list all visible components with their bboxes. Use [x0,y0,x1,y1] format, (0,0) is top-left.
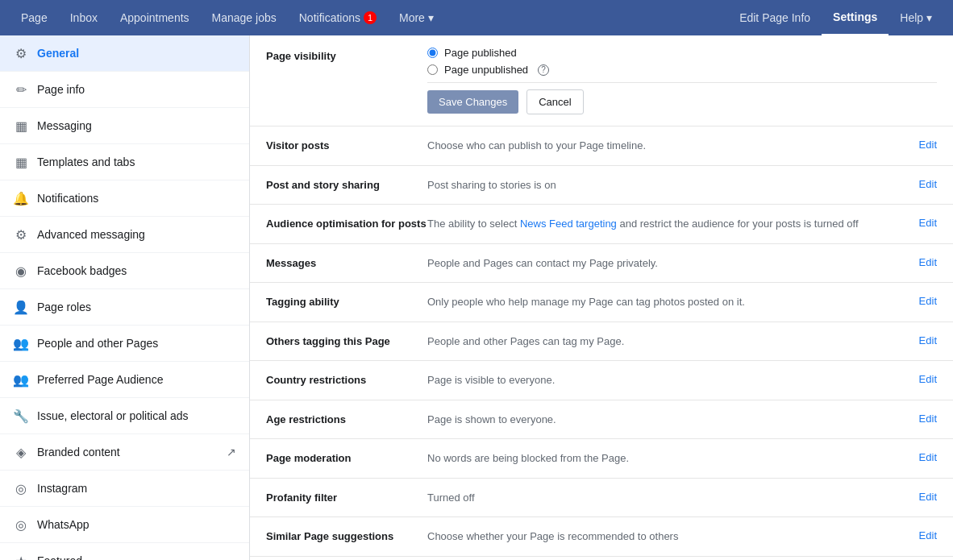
sidebar: ⚙ General ✏ Page info ▦ Messaging ▦ Temp… [0,35,250,560]
sidebar-item-label: Page info [37,83,85,96]
sidebar-item-featured[interactable]: ★ Featured [0,543,249,560]
row-label: Similar Page suggestions [266,529,427,542]
nav-manage-jobs[interactable]: Manage jobs [201,0,288,35]
row-value: People and Pages can contact my Page pri… [427,255,897,272]
sidebar-item-label: Advanced messaging [37,228,145,241]
nav-left: Page Inbox Appointments Manage jobs Noti… [10,0,445,35]
edit-link[interactable]: Edit [919,295,937,307]
edit-link[interactable]: Edit [919,373,937,385]
main-layout: ⚙ General ✏ Page info ▦ Messaging ▦ Temp… [0,35,953,560]
row-label: Post and story sharing [266,177,427,191]
sidebar-item-political-ads[interactable]: 🔧 Issue, electoral or political ads [0,398,249,434]
sidebar-item-label: Instagram [37,482,87,495]
row-value: Choose who can publish to your Page time… [427,138,897,154]
row-label: Audience optimisation for posts [266,216,427,230]
nav-notifications[interactable]: Notifications 1 [288,0,388,35]
sidebar-item-label: General [37,47,79,60]
edit-link[interactable]: Edit [919,217,937,229]
settings-section: Page visibility Page published Page unpu… [250,35,953,560]
notifications-badge: 1 [364,11,377,24]
cancel-button[interactable]: Cancel [526,89,583,114]
sidebar-item-whatsapp[interactable]: ◎ WhatsApp [0,507,249,543]
badge-icon: ◉ [13,263,29,279]
row-label: Visitor posts [266,138,427,151]
settings-row-page-updates: Page updates Page posts are automaticall… [250,557,953,561]
sidebar-item-label: Facebook badges [37,264,127,277]
sidebar-item-instagram[interactable]: ◎ Instagram [0,471,249,507]
row-value: The ability to select News Feed targetin… [427,216,897,232]
nav-help[interactable]: Help ▾ [888,0,943,35]
settings-row-visitor-posts: Visitor posts Choose who can publish to … [250,127,953,166]
settings-row-profanity: Profanity filter Turned off Edit [250,479,953,518]
info-icon[interactable]: ? [538,64,549,76]
edit-link[interactable]: Edit [919,256,937,268]
row-label: Country restrictions [266,372,427,386]
grid-icon: ▦ [13,118,29,134]
nav-appointments[interactable]: Appointments [109,0,201,35]
settings-row-others-tagging: Others tagging this Page People and othe… [250,322,953,362]
sidebar-item-notifications[interactable]: 🔔 Notifications [0,180,249,217]
sidebar-item-people[interactable]: 👥 People and other Pages [0,326,249,362]
row-action: Edit [897,372,937,385]
settings-row-messages: Messages People and Pages can contact my… [250,244,953,284]
radio-published-input[interactable] [427,48,438,58]
edit-link[interactable]: Edit [919,413,937,425]
row-action: Edit [897,138,937,151]
nav-settings[interactable]: Settings [822,0,888,35]
bell-icon: 🔔 [13,190,29,206]
instagram-icon: ◎ [13,480,29,496]
sidebar-item-templates[interactable]: ▦ Templates and tabs [0,144,249,180]
star-icon: ★ [13,553,29,560]
edit-link[interactable]: Edit [919,491,937,503]
edit-link[interactable]: Edit [919,139,937,151]
wrench-icon: 🔧 [13,408,29,424]
audience-icon: 👥 [13,371,29,388]
radio-unpublished: Page unpublished ? [427,64,937,76]
sidebar-item-label: Preferred Page Audience [37,373,163,386]
whatsapp-icon: ◎ [13,516,29,533]
sidebar-item-label: Branded content [37,446,120,458]
row-action: Edit [897,412,937,425]
row-label: Others tagging this Page [266,334,427,347]
news-feed-link[interactable]: News Feed targeting [520,218,617,230]
nav-edit-page-info[interactable]: Edit Page Info [728,0,822,35]
edit-link[interactable]: Edit [919,529,937,541]
sidebar-item-preferred-audience[interactable]: 👥 Preferred Page Audience [0,362,249,398]
row-value: Post sharing to stories is on [427,177,897,193]
radio-unpublished-input[interactable] [427,64,438,75]
edit-link[interactable]: Edit [919,451,937,463]
external-link-icon: ↗ [227,446,236,458]
sidebar-item-label: Messaging [37,119,92,132]
page-visibility-label: Page visibility [266,47,427,62]
sidebar-item-page-roles[interactable]: 👤 Page roles [0,289,249,326]
sidebar-item-branded-content[interactable]: ◈ Branded content ↗ [0,434,249,471]
row-value: Turned off [427,490,897,506]
nav-page[interactable]: Page [10,0,59,35]
sidebar-item-general[interactable]: ⚙ General [0,35,249,72]
row-action: Edit [897,334,937,346]
settings-row-similar-pages: Similar Page suggestions Choose whether … [250,517,953,557]
sidebar-item-advanced-messaging[interactable]: ⚙ Advanced messaging [0,217,249,253]
row-value: Only people who help manage my Page can … [427,294,897,310]
sidebar-item-label: Page roles [37,301,91,313]
nav-more[interactable]: More ▾ [388,0,445,35]
pencil-icon: ✏ [13,81,29,97]
save-changes-button[interactable]: Save Changes [427,90,518,114]
row-action: Edit [897,216,937,229]
row-action: Edit [897,450,937,463]
nav-right: Edit Page Info Settings Help ▾ [728,0,943,35]
row-value: Choose whether your Page is recommended … [427,529,897,545]
row-label: Page moderation [266,450,427,464]
settings-row-moderation: Page moderation No words are being block… [250,439,953,479]
sidebar-item-page-info[interactable]: ✏ Page info [0,72,249,108]
row-value: Page is shown to everyone. [427,412,897,428]
nav-inbox[interactable]: Inbox [59,0,109,35]
radio-published-label: Page published [444,47,517,59]
row-action: Edit [897,255,937,268]
sidebar-item-messaging[interactable]: ▦ Messaging [0,108,249,144]
edit-link[interactable]: Edit [919,178,937,190]
row-value: People and other Pages can tag my Page. [427,334,897,350]
edit-link[interactable]: Edit [919,334,937,346]
sidebar-item-label: Templates and tabs [37,156,135,168]
sidebar-item-facebook-badges[interactable]: ◉ Facebook badges [0,253,249,289]
